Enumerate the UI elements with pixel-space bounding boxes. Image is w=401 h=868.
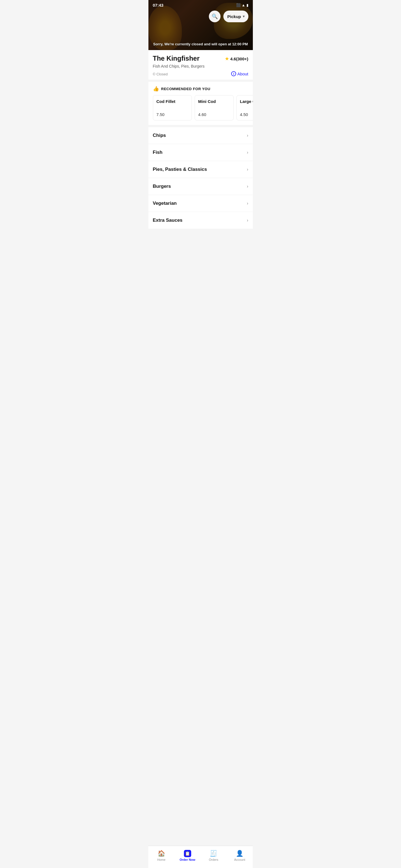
food-card-price-0: 7.50 [156,112,188,117]
recommended-section: 👍 RECOMMENDED FOR YOU Cod Fillet 7.50 Mi… [148,82,253,125]
pickup-button[interactable]: Pickup ▾ [223,10,248,22]
category-name-chips: Chips [153,133,166,138]
food-card-2[interactable]: Large Chips 4.50 [236,95,253,121]
thumbs-up-icon: 👍 [153,86,159,92]
about-button[interactable]: i About [231,71,248,76]
chevron-right-icon-fish: › [247,150,248,155]
restaurant-info: The Kingfisher ★ 4.6(300+) Fish And Chip… [148,50,253,80]
restaurant-name-block: The Kingfisher [153,55,200,62]
status-bar: 07:43 ⬛ ▲ ▮ [148,0,253,9]
closed-notice: Sorry, We're currently closed and will o… [148,42,253,46]
search-button[interactable]: 🔍 [209,10,221,22]
info-icon: i [231,71,236,76]
category-item-pies[interactable]: Pies, Pasties & Classics › [148,161,253,178]
category-item-chips[interactable]: Chips › [148,127,253,144]
category-name-burgers: Burgers [153,184,171,189]
food-card-price-1: 4.60 [198,112,230,117]
category-item-sauces[interactable]: Extra Sauces › [148,212,253,229]
category-name-vegetarian: Vegetarian [153,200,177,206]
category-name-sauces: Extra Sauces [153,218,183,223]
star-icon: ★ [225,56,229,62]
closed-notice-text: Sorry, We're currently closed and will o… [152,42,250,46]
open-time: 12:00 PM [232,42,248,46]
rating-value: 4.6(300+) [230,57,249,61]
chevron-right-icon-pies: › [247,167,248,172]
chevron-down-icon: ▾ [243,14,245,18]
restaurant-rating: ★ 4.6(300+) [225,56,249,62]
food-card-name-1: Mini Cod [198,99,230,104]
food-card-name-2: Large Chips [240,99,253,104]
recommended-header: 👍 RECOMMENDED FOR YOU [148,86,253,92]
category-item-vegetarian[interactable]: Vegetarian › [148,195,253,212]
chevron-right-icon-chips: › [247,133,248,138]
chevron-right-icon-burgers: › [247,184,248,189]
food-card-name-0: Cod Fillet [156,99,188,104]
recommended-title: RECOMMENDED FOR YOU [161,87,210,91]
status-icons: ⬛ ▲ ▮ [236,3,249,7]
restaurant-header: The Kingfisher ★ 4.6(300+) [153,55,249,62]
search-icon: 🔍 [212,13,218,20]
menu-categories: Chips › Fish › Pies, Pasties & Classics … [148,127,253,229]
category-name-pies: Pies, Pasties & Classics [153,167,207,172]
category-item-burgers[interactable]: Burgers › [148,178,253,195]
category-name-fish: Fish [153,150,163,155]
restaurant-name: The Kingfisher [153,55,200,62]
food-card-price-2: 4.50 [240,112,253,117]
wifi-icon: ▲ [242,3,245,7]
battery-icon: ▮ [247,3,249,7]
chevron-right-icon-vegetarian: › [247,201,248,206]
status-time: 07:43 [153,3,164,7]
pickup-label: Pickup [227,14,241,19]
food-card-0[interactable]: Cod Fillet 7.50 [153,95,192,121]
hero-controls: 🔍 Pickup ▾ [148,10,253,22]
hero-section: 07:43 ⬛ ▲ ▮ 🔍 Pickup ▾ Sorry, We're curr… [148,0,253,50]
recommended-scroll[interactable]: Cod Fillet 7.50 Mini Cod 4.60 Large Chip… [148,95,253,121]
cast-icon: ⬛ [236,3,240,7]
about-label: About [237,71,248,76]
restaurant-cuisine: Fish And Chips, Pies, Burgers [153,64,249,68]
chevron-right-icon-sauces: › [247,218,248,223]
bottom-spacer [148,229,253,251]
category-item-fish[interactable]: Fish › [148,144,253,161]
closed-status: © Closed [153,72,168,76]
food-card-1[interactable]: Mini Cod 4.60 [195,95,234,121]
